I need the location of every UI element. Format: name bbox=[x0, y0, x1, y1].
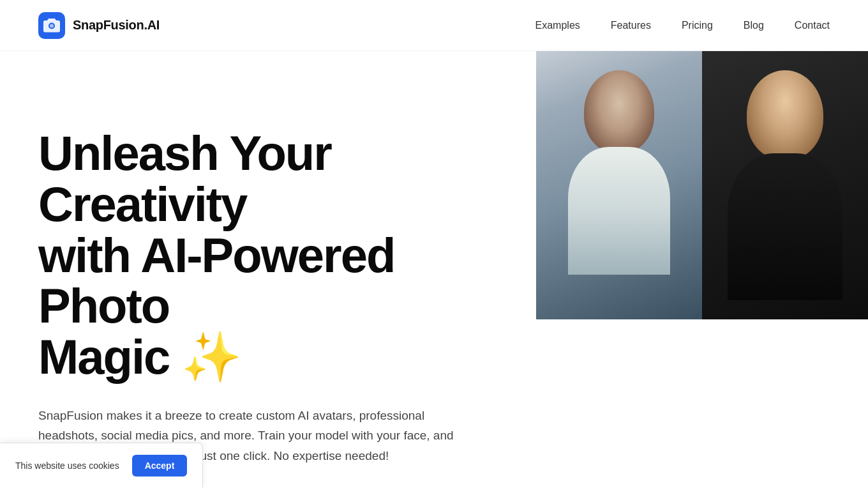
nav-examples[interactable]: Examples bbox=[535, 20, 580, 31]
hero-section: Unleash Your Creativity with AI-Powered … bbox=[0, 51, 868, 488]
nav-blog[interactable]: Blog bbox=[744, 20, 764, 31]
logo-icon bbox=[38, 12, 65, 39]
accept-cookies-button[interactable]: Accept bbox=[132, 455, 188, 477]
cookie-banner: This website uses cookies Accept bbox=[0, 443, 203, 488]
logo-text: SnapFusion.AI bbox=[73, 18, 160, 33]
photo-female bbox=[702, 51, 868, 319]
hero-photo-collage bbox=[536, 51, 868, 319]
nav-pricing[interactable]: Pricing bbox=[682, 20, 713, 31]
nav-features[interactable]: Features bbox=[611, 20, 651, 31]
hero-title: Unleash Your Creativity with AI-Powered … bbox=[38, 128, 472, 383]
cookie-message: This website uses cookies bbox=[15, 461, 119, 471]
logo-link[interactable]: SnapFusion.AI bbox=[38, 12, 160, 39]
hero-text-block: Unleash Your Creativity with AI-Powered … bbox=[38, 89, 498, 466]
svg-point-2 bbox=[50, 24, 54, 27]
nav-contact[interactable]: Contact bbox=[795, 20, 830, 31]
main-nav: Examples Features Pricing Blog Contact bbox=[535, 20, 830, 31]
photo-male bbox=[536, 51, 702, 319]
photo-split bbox=[536, 51, 868, 319]
site-header: SnapFusion.AI Examples Features Pricing … bbox=[0, 0, 868, 51]
hero-image bbox=[536, 51, 868, 319]
